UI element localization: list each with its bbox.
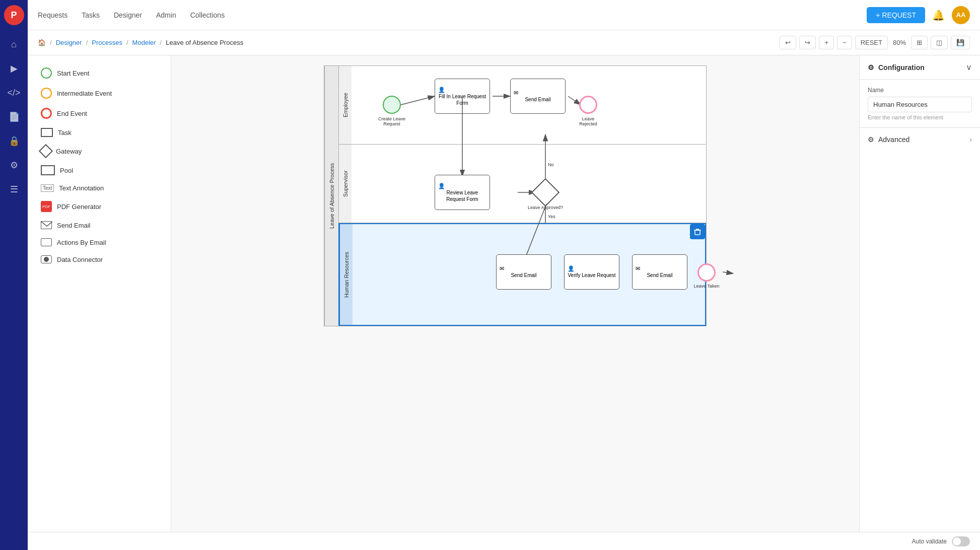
panel-item-pdf-generator[interactable]: PDF PDF Generator <box>36 197 163 216</box>
text-annotation-icon: Text <box>41 184 54 192</box>
panel-item-start-event-label: Start Event <box>57 70 89 77</box>
breadcrumb-current: Leave of Absence Process <box>166 39 243 46</box>
toggle-knob <box>953 537 961 545</box>
panel-item-text-annotation[interactable]: Text Text Annotation <box>36 180 163 196</box>
redo-button[interactable]: ↪ <box>799 36 816 49</box>
leave-taken-label: Leave Taken <box>691 284 722 289</box>
gear-config-icon: ⚙ <box>868 63 874 72</box>
supervisor-lane-label: Supervisor <box>338 145 352 223</box>
save-button[interactable]: 💾 <box>951 36 970 49</box>
sidebar-icon-home[interactable]: ⌂ <box>4 34 24 54</box>
advanced-label: ⚙ Advanced <box>868 135 909 144</box>
panel-item-intermediate-event[interactable]: Intermediate Event <box>36 84 163 103</box>
panel-item-pool-label: Pool <box>60 167 73 174</box>
status-bar: Auto validate <box>28 532 980 550</box>
panel-item-task[interactable]: Task <box>36 124 163 141</box>
main-container: Start Event Intermediate Event End Event… <box>28 30 980 550</box>
undo-button[interactable]: ↩ <box>780 36 796 49</box>
auto-validate-toggle[interactable] <box>952 536 970 546</box>
panel-item-end-event[interactable]: End Event <box>36 104 163 123</box>
leave-rejected-event[interactable] <box>579 96 597 114</box>
nav-admin[interactable]: Admin <box>156 11 176 19</box>
config-title: ⚙ Configuration <box>868 63 925 72</box>
canvas-inner: Leave of Absence Process Employee <box>238 65 792 408</box>
top-nav: Requests Tasks Designer Admin Collection… <box>28 0 980 30</box>
actions-by-email-icon <box>41 238 52 246</box>
panel-item-actions-by-email[interactable]: Actions By Email <box>36 234 163 250</box>
sidebar-icon-menu[interactable]: ☰ <box>4 179 24 199</box>
supervisor-lane-content: 👤 Review Leave Request Form Leave Approv… <box>352 145 706 223</box>
pdf-generator-icon: PDF <box>41 201 52 212</box>
sidebar-icon-gear[interactable]: ⚙ <box>4 155 24 175</box>
leave-rejected-label: Leave Rejected <box>573 116 603 126</box>
review-form-task[interactable]: 👤 Review Leave Request Form <box>435 175 490 210</box>
breadcrumb: 🏠 / Designer / Processes / Modeler / Lea… <box>28 30 980 55</box>
avatar: AA <box>952 6 970 24</box>
end-event-icon <box>41 108 52 119</box>
config-name-section: Name Enter the name of this element <box>860 80 980 128</box>
canvas-area[interactable]: Leave of Absence Process Employee <box>171 55 859 550</box>
hr-lane-label: Human Resources <box>339 224 353 325</box>
leave-approved-gateway[interactable] <box>531 178 560 207</box>
intermediate-event-icon <box>41 88 52 99</box>
sidebar-icon-document[interactable]: 📄 <box>4 107 24 127</box>
panel-item-pdf-label: PDF Generator <box>57 203 101 211</box>
panel-item-data-connector-label: Data Connector <box>57 256 103 263</box>
hr-lane-content: ✉ Send Email 👤 Verify Leave Request ✉ <box>353 224 705 325</box>
send-email-task-3[interactable]: ✉ Send Email <box>632 254 687 290</box>
sidebar: P ⌂ ▶ </> 📄 🔒 ⚙ ☰ <box>0 0 28 550</box>
trash-icon <box>694 228 701 235</box>
svg-line-0 <box>401 96 435 105</box>
zoom-level: 80% <box>891 39 908 46</box>
supervisor-lane: Supervisor <box>338 145 706 223</box>
send-email-task-1[interactable]: ✉ Send Email <box>510 79 566 114</box>
zoom-out-button[interactable]: − <box>837 36 852 49</box>
request-button[interactable]: + REQUEST <box>867 7 925 23</box>
data-connector-icon <box>41 255 52 263</box>
delete-button[interactable] <box>690 224 705 239</box>
panel-item-gateway[interactable]: Gateway <box>36 142 163 160</box>
leave-approved-label: Leave Approved? <box>523 205 568 210</box>
config-chevron-icon[interactable]: ∨ <box>966 62 972 72</box>
panel-item-start-event[interactable]: Start Event <box>36 63 163 83</box>
process-diagram: Leave of Absence Process Employee <box>324 65 707 326</box>
panel-item-task-label: Task <box>58 129 72 136</box>
nav-collections[interactable]: Collections <box>190 11 225 19</box>
fill-form-task[interactable]: 👤 Fill In Leave Request Form <box>435 79 490 114</box>
nav-requests[interactable]: Requests <box>38 11 67 19</box>
employee-lane-label: Employee <box>338 66 352 144</box>
breadcrumb-modeler[interactable]: Modeler <box>132 39 156 46</box>
panel-item-gateway-label: Gateway <box>56 148 82 155</box>
breadcrumb-processes[interactable]: Processes <box>92 39 122 46</box>
employee-lane-content: Create Leave Request 👤 Fill In Leave Req… <box>352 66 706 144</box>
minimap-button[interactable]: ◫ <box>931 36 948 49</box>
human-resources-lane[interactable]: Human Resources <box>338 223 706 326</box>
pool-label: Leave of Absence Process <box>324 66 338 326</box>
nav-designer[interactable]: Designer <box>114 11 142 19</box>
breadcrumb-home[interactable]: 🏠 <box>38 39 46 46</box>
pool-icon <box>41 165 55 175</box>
name-input[interactable] <box>868 97 972 112</box>
zoom-in-button[interactable]: + <box>819 36 834 49</box>
sidebar-icon-code[interactable]: </> <box>4 83 24 103</box>
advanced-row[interactable]: ⚙ Advanced › <box>860 128 980 151</box>
fit-button[interactable]: ⊞ <box>911 36 928 49</box>
sidebar-icon-lock[interactable]: 🔒 <box>4 131 24 151</box>
nav-tasks[interactable]: Tasks <box>82 11 100 19</box>
svg-rect-14 <box>695 230 700 235</box>
panel-item-send-email[interactable]: Send Email <box>36 217 163 233</box>
advanced-chevron-icon[interactable]: › <box>969 135 972 144</box>
start-event-node[interactable] <box>383 96 401 114</box>
panel-item-data-connector[interactable]: Data Connector <box>36 251 163 267</box>
breadcrumb-designer[interactable]: Designer <box>56 39 82 46</box>
send-email-task-2[interactable]: ✉ Send Email <box>496 254 551 290</box>
verify-leave-task[interactable]: 👤 Verify Leave Request <box>564 254 619 290</box>
leave-taken-event[interactable] <box>697 263 716 282</box>
bell-icon[interactable]: 🔔 <box>932 9 945 21</box>
panel-item-pool[interactable]: Pool <box>36 161 163 179</box>
gateway-icon <box>39 144 53 158</box>
panel-item-intermediate-label: Intermediate Event <box>57 90 112 97</box>
gear-advanced-icon: ⚙ <box>868 135 874 144</box>
sidebar-icon-play[interactable]: ▶ <box>4 58 24 79</box>
reset-button[interactable]: RESET <box>855 36 888 49</box>
